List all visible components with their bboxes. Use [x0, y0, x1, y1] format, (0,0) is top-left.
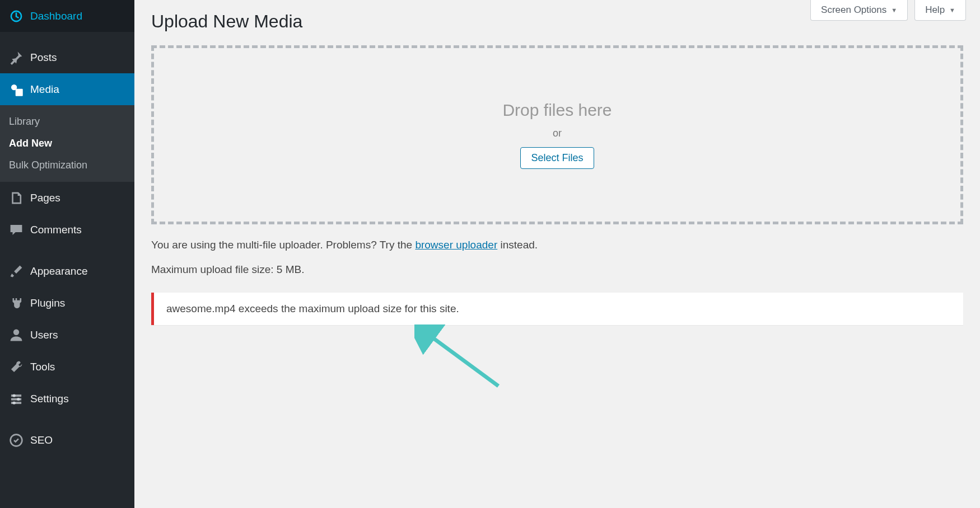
screen-options-label: Screen Options	[821, 4, 886, 16]
sidebar-item-label: Pages	[30, 192, 60, 204]
seo-icon	[8, 433, 25, 448]
upload-error-notice: awesome.mp4 exceeds the maximum upload s…	[151, 293, 963, 325]
sidebar-item-pages[interactable]: Pages	[0, 182, 134, 214]
sidebar-item-label: Plugins	[30, 297, 65, 309]
brush-icon	[8, 264, 25, 279]
sidebar-item-label: Tools	[30, 361, 55, 373]
sidebar-item-label: Comments	[30, 224, 82, 236]
select-files-button[interactable]: Select Files	[520, 147, 594, 169]
browser-uploader-link[interactable]: browser uploader	[415, 239, 497, 251]
main-content: Screen Options ▼ Help ▼ Upload New Media…	[134, 0, 980, 508]
chevron-down-icon: ▼	[949, 7, 955, 13]
sidebar-item-posts[interactable]: Posts	[0, 41, 134, 73]
sidebar-item-label: Settings	[30, 393, 69, 405]
sidebar-item-comments[interactable]: Comments	[0, 214, 134, 246]
screen-options-tab[interactable]: Screen Options ▼	[810, 0, 908, 21]
sidebar-item-users[interactable]: Users	[0, 319, 134, 351]
sidebar-item-label: SEO	[30, 434, 53, 446]
dropzone-heading: Drop files here	[502, 101, 612, 120]
error-message-text: awesome.mp4 exceeds the maximum upload s…	[166, 303, 459, 314]
dropzone-or: or	[553, 128, 562, 139]
sidebar-item-seo[interactable]: SEO	[0, 424, 134, 456]
admin-sidebar: Dashboard Posts Media Library Add New Bu…	[0, 0, 134, 508]
chevron-down-icon: ▼	[891, 7, 897, 13]
sidebar-item-label: Dashboard	[30, 10, 82, 22]
page-icon	[8, 191, 25, 205]
sidebar-item-plugins[interactable]: Plugins	[0, 287, 134, 319]
max-upload-size-text: Maximum upload file size: 5 MB.	[151, 264, 963, 276]
svg-point-6	[13, 394, 16, 397]
sidebar-item-appearance[interactable]: Appearance	[0, 255, 134, 287]
tools-icon	[8, 360, 25, 374]
sidebar-item-tools[interactable]: Tools	[0, 351, 134, 383]
svg-point-7	[17, 398, 20, 401]
dashboard-icon	[8, 9, 25, 23]
sidebar-item-media[interactable]: Media	[0, 73, 134, 105]
submenu-item-library[interactable]: Library	[0, 111, 134, 133]
info-prefix: You are using the multi-file uploader. P…	[151, 239, 415, 251]
sidebar-item-label: Appearance	[30, 265, 87, 277]
settings-icon	[8, 392, 25, 406]
sidebar-item-settings[interactable]: Settings	[0, 383, 134, 415]
svg-point-8	[13, 401, 16, 404]
help-label: Help	[925, 4, 945, 16]
submenu-item-add-new[interactable]: Add New	[0, 133, 134, 154]
plugin-icon	[8, 296, 25, 311]
upload-dropzone[interactable]: Drop files here or Select Files	[151, 45, 963, 224]
svg-rect-1	[16, 88, 23, 96]
submenu-item-bulk-optimization[interactable]: Bulk Optimization	[0, 154, 134, 176]
svg-line-10	[428, 335, 498, 386]
user-icon	[8, 328, 25, 342]
pin-icon	[8, 50, 25, 65]
comment-icon	[8, 223, 25, 237]
sidebar-item-label: Users	[30, 329, 58, 341]
sidebar-item-label: Media	[30, 83, 59, 96]
svg-point-2	[13, 329, 19, 335]
info-suffix: instead.	[497, 239, 538, 251]
media-submenu: Library Add New Bulk Optimization	[0, 105, 134, 182]
uploader-info-text: You are using the multi-file uploader. P…	[151, 239, 963, 251]
media-icon	[8, 82, 25, 97]
screen-meta-tabs: Screen Options ▼ Help ▼	[810, 0, 966, 21]
sidebar-item-label: Posts	[30, 51, 57, 64]
help-tab[interactable]: Help ▼	[914, 0, 966, 21]
sidebar-item-dashboard[interactable]: Dashboard	[0, 0, 134, 32]
